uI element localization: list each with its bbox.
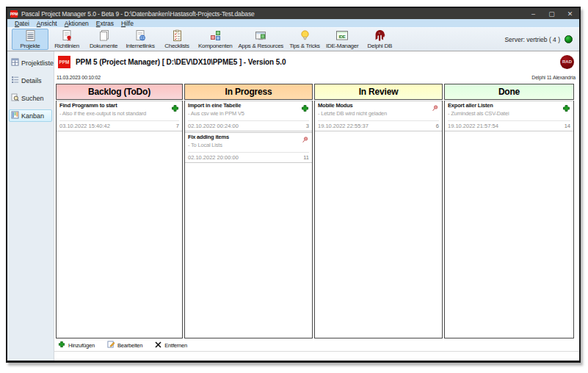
card-count: 11 [303, 155, 309, 161]
edit-icon [107, 341, 115, 350]
projects-icon [23, 29, 37, 42]
card-note: - Aus csv wie in PPM V5 [188, 110, 309, 117]
toolbar-label: Tips & Tricks [289, 43, 320, 49]
action-label: Bearbeiten [117, 342, 142, 349]
menu-aktionen[interactable]: Aktionen [61, 20, 92, 27]
sidebar-item-suchen[interactable]: Suchen [9, 92, 52, 104]
kanban-column-body: Import in eine Tabelle- Aus csv wie in P… [184, 101, 313, 338]
minimize-button[interactable]: – [524, 10, 542, 18]
card-top-row: Find Programm to start [59, 102, 179, 110]
sidebar-label: Suchen [21, 95, 44, 102]
plus-icon [562, 102, 570, 110]
toolbar-button-checklists[interactable]: Checklists [159, 29, 195, 50]
card-count: 6 [436, 123, 439, 129]
toolbar-button-internetlinks[interactable]: Internetlinks [122, 29, 159, 50]
toolbar-label: Projekte [21, 43, 40, 49]
toolbar-button-delphi-db[interactable]: Delphi DB [361, 29, 398, 50]
project-header: PPM PPM 5 (Project Manager) [ D:\DEV\DX1… [54, 51, 579, 72]
card-title: Export aller Listen [448, 102, 562, 109]
card-date: 03.10.2022 15:40:42 [59, 123, 110, 129]
card-title: Fix adding items [188, 134, 301, 140]
plus-icon [171, 102, 179, 110]
guidelines-icon [59, 29, 74, 42]
sidebar-item-details[interactable]: Details [9, 74, 52, 87]
toolbar: ProjekteRichtlinienDokumenteInternetlink… [7, 28, 579, 51]
kanban-column-header: Done [444, 84, 574, 100]
kanban-card[interactable]: Find Programm to start- Also if the exe-… [57, 101, 182, 131]
sidebar-item-kanban[interactable]: Kanban [9, 109, 52, 122]
kanban-column-backlog-todo-: Backlog (ToDo)Find Programm to start- Al… [56, 84, 183, 338]
kanban-column-in-progress: In ProgressImport in eine Tabelle- Aus c… [184, 84, 313, 338]
sidebar-item-projektliste[interactable]: Projektliste [9, 57, 52, 69]
toolbar-button-tips-tricks[interactable]: Tips & Tricks [286, 29, 323, 50]
toolbar-button-komponenten[interactable]: Komponenten [195, 29, 236, 50]
menu-ansicht[interactable]: Ansicht [33, 20, 61, 27]
project-title: PPM 5 (Project Manager) [ D:\DEV\DX10\PP… [76, 58, 286, 66]
server-status-text: Server: vertrieb ( 4 ) [504, 36, 560, 43]
toolbar-label: Apps & Resources [239, 43, 283, 49]
toolbar-button-richtlinien[interactable]: Richtlinien [48, 29, 85, 50]
ppm-badge: PPM [58, 56, 70, 68]
card-note: - Zumindest als CSV-Datei [448, 110, 570, 117]
card-title: Import in eine Tabelle [188, 102, 301, 109]
kanban-card[interactable]: Import in eine Tabelle- Aus csv wie in P… [185, 101, 312, 131]
components-icon [208, 29, 222, 42]
card-title: Mobile Modus [318, 102, 431, 109]
maximize-button[interactable]: ▢ [542, 10, 561, 18]
close-button[interactable]: ✕ [561, 10, 579, 18]
toolbar-label: Richtlinien [54, 43, 79, 49]
action-hinzufügen[interactable]: Hinzufügen [58, 341, 95, 350]
menu-extras[interactable]: Extras [92, 20, 117, 27]
project-timestamp: 11.03.2023 00:10:02 [57, 75, 101, 80]
kanban-card[interactable]: Fix adding items- To Local Lists02.10.20… [185, 132, 312, 163]
card-note: - Also if the exe-output is not standard [59, 110, 179, 117]
delphi-icon [372, 29, 387, 42]
toolbar-button-apps-resources[interactable]: Apps & Resources [236, 29, 286, 50]
kanban-column-done: DoneExport aller Listen- Zumindest als C… [444, 84, 574, 338]
card-count: 3 [306, 123, 309, 129]
action-entfernen[interactable]: Entfernen [155, 341, 187, 350]
card-note: - Letzte DB wird nicht geladen [318, 110, 439, 117]
content: PPM PPM 5 (Project Manager) [ D:\DEV\DX1… [54, 51, 579, 361]
ide-icon: IDE [335, 29, 349, 42]
action-bearbeiten[interactable]: Bearbeiten [107, 341, 142, 350]
delphi-version: Delphi 11 Alexandria [531, 75, 576, 80]
checklists-icon [170, 29, 184, 42]
kanban-column-body: Find Programm to start- Also if the exe-… [56, 101, 183, 338]
action-label: Hinzufügen [68, 342, 95, 349]
card-top-row: Export aller Listen [448, 102, 570, 110]
toolbar-button-dokumente[interactable]: Dokumente [85, 29, 122, 50]
server-online-icon [565, 35, 573, 43]
window-title: Pascal Project Manager 5.0 - Beta 9 - D:… [21, 10, 524, 18]
toolbar-label: Dokumente [90, 43, 117, 49]
tips-icon [297, 29, 312, 42]
toolbar-button-projekte[interactable]: Projekte [12, 29, 48, 50]
menu-hilfe[interactable]: Hilfe [117, 20, 137, 27]
card-footer: 02.10.2022 20:00:0011 [188, 152, 309, 162]
menu-bar: DateiAnsichtAktionenExtrasHilfe [7, 19, 579, 28]
kanban-column-body: Export aller Listen- Zumindest als CSV-D… [444, 101, 574, 338]
card-top-row: Import in eine Tabelle [188, 102, 309, 110]
card-count: 7 [176, 123, 179, 129]
card-footer: 19.10.2022 22:55:376 [318, 120, 439, 130]
details-icon [11, 76, 19, 85]
kanban-card[interactable]: Mobile Modus- Letzte DB wird nicht gelad… [315, 101, 442, 131]
kanban-column-body: Mobile Modus- Letzte DB wird nicht gelad… [314, 101, 443, 338]
menu-datei[interactable]: Datei [11, 20, 33, 27]
card-date: 02.10.2022 20:00:00 [188, 155, 239, 161]
card-actions-bar: HinzufügenBearbeitenEntfernen [54, 339, 579, 352]
action-label: Entfernen [164, 342, 187, 349]
kanban-column-in-review: In ReviewMobile Modus- Letzte DB wird ni… [314, 84, 443, 338]
card-date: 02.10.2022 00:24:00 [188, 123, 239, 129]
svg-text:IDE: IDE [339, 35, 346, 39]
card-title: Find Programm to start [59, 102, 171, 109]
toolbar-button-ide-manager[interactable]: IDEIDE-Manager [323, 29, 361, 50]
kanban-card[interactable]: Export aller Listen- Zumindest als CSV-D… [445, 101, 573, 131]
internetlinks-icon [133, 29, 148, 42]
pin-icon [301, 134, 309, 142]
toolbar-label: Checklists [164, 43, 189, 49]
kanban-column-header: Backlog (ToDo) [56, 84, 183, 100]
card-date: 19.10.2022 22:55:37 [318, 123, 369, 129]
toolbar-label: IDE-Manager [326, 43, 358, 49]
meta-row: 11.03.2023 00:10:02 Delphi 11 Alexandria [54, 72, 579, 83]
